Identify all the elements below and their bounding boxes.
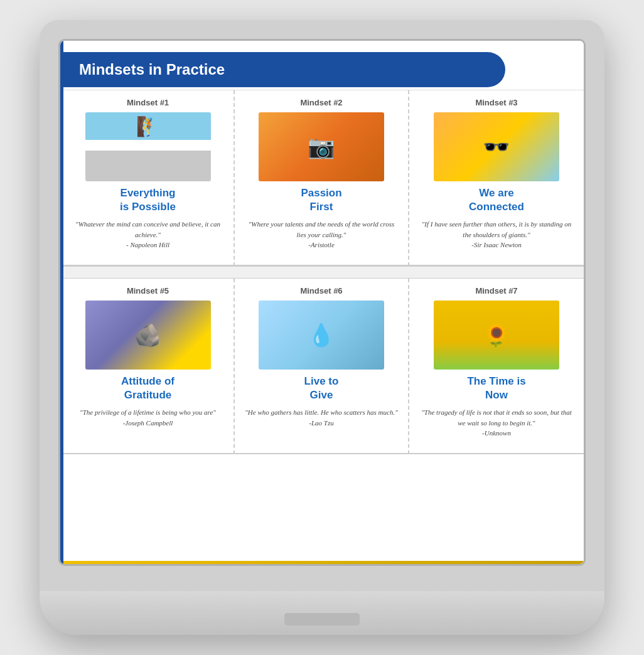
mindset-label-3: Mindset #3 <box>475 98 517 107</box>
laptop-base <box>40 591 604 635</box>
row-divider <box>60 266 584 279</box>
laptop-screen: Mindsets in Practice Mindset #1 Everythi… <box>58 39 586 566</box>
mindset-image-6 <box>259 301 384 370</box>
mindset-cell-5: Mindset #5 Attitude of Gratitude "The pr… <box>60 279 235 454</box>
left-accent-bar <box>60 41 63 564</box>
mindset-label-5: Mindset #5 <box>127 286 169 296</box>
mindset-title-5: Attitude of Gratitude <box>121 375 174 402</box>
mindsets-row-1: Mindset #1 Everything is Possible "Whate… <box>60 90 584 266</box>
mindset-title-3: We are Connected <box>469 186 524 214</box>
screen-content: Mindsets in Practice Mindset #1 Everythi… <box>60 41 584 564</box>
mindset-quote-2: "Where your talents and the needs of the… <box>245 219 398 250</box>
laptop-trackpad <box>284 613 360 626</box>
mindset-cell-2: Mindset #2 Passion First "Where your tal… <box>235 90 409 266</box>
mindset-cell-3: Mindset #3 We are Connected "If I have s… <box>409 90 584 266</box>
mindsets-row-2: Mindset #5 Attitude of Gratitude "The pr… <box>60 279 584 454</box>
mindset-image-1 <box>85 112 211 181</box>
mindset-cell-1: Mindset #1 Everything is Possible "Whate… <box>60 90 235 266</box>
mindset-image-5 <box>85 301 211 370</box>
bottom-gold-border <box>60 561 584 564</box>
mindset-title-2: Passion First <box>301 186 341 214</box>
mindset-title-7: The Time is Now <box>467 375 525 402</box>
mindset-title-6: Live to Give <box>304 375 339 402</box>
mindset-quote-7: "The tragedy of life is not that it ends… <box>419 407 574 439</box>
mindset-label-1: Mindset #1 <box>127 98 169 107</box>
mindset-quote-1: "Whatever the mind can conceive and beli… <box>72 219 223 250</box>
mindset-image-7 <box>434 301 559 370</box>
mindset-title-1: Everything is Possible <box>120 186 176 214</box>
page-header: Mindsets in Practice <box>60 52 505 87</box>
mindset-cell-7: Mindset #7 The Time is Now "The tragedy … <box>409 279 584 454</box>
page-title: Mindsets in Practice <box>79 61 486 78</box>
mindset-image-2 <box>259 112 384 181</box>
mindset-label-2: Mindset #2 <box>300 98 342 107</box>
mindset-quote-5: "The privilege of a lifetime is being wh… <box>80 407 216 428</box>
mindset-label-6: Mindset #6 <box>300 286 342 296</box>
mindset-quote-3: "If I have seen further than others, it … <box>419 219 574 250</box>
mindset-cell-6: Mindset #6 Live to Give "He who gathers … <box>235 279 409 454</box>
mindset-image-3 <box>434 112 559 181</box>
laptop-device: Mindsets in Practice Mindset #1 Everythi… <box>40 20 604 635</box>
mindset-label-7: Mindset #7 <box>475 286 517 296</box>
mindset-quote-6: "He who gathers has little. He who scatt… <box>245 407 398 428</box>
